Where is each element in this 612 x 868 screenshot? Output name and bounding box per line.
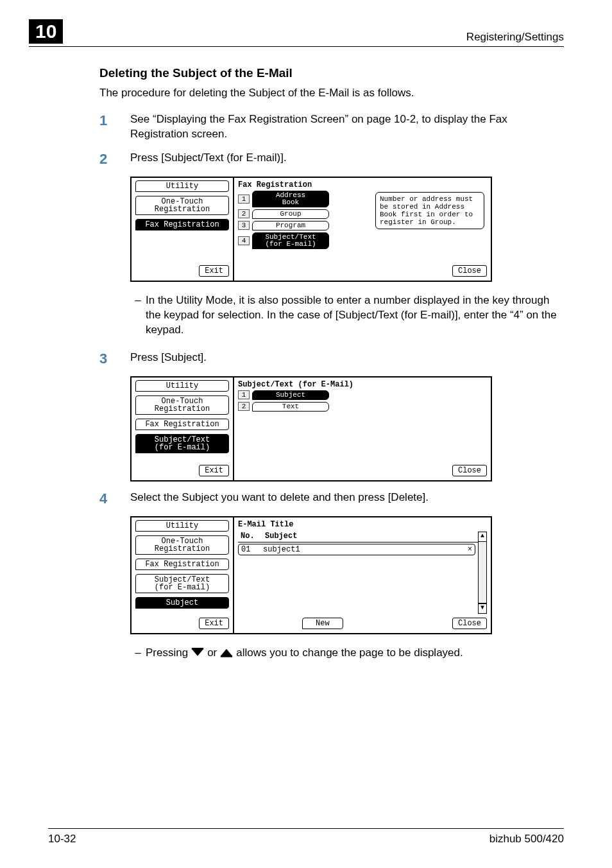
chapter-number: 10 [29, 19, 63, 44]
panel-info: Number or address must be stored in Addr… [375, 192, 484, 229]
group-button[interactable]: Group [252, 209, 329, 219]
table-row[interactable]: 01 subject1 × [238, 544, 475, 555]
note-prefix: Pressing [146, 646, 188, 661]
panel-tab-onetouch[interactable]: One-Touch Registration [135, 395, 229, 415]
text-button[interactable]: Text [252, 402, 329, 412]
row-no: 01 [241, 545, 258, 554]
panel-tab-faxreg[interactable]: Fax Registration [135, 419, 229, 430]
row-mark: × [468, 545, 472, 554]
svg-marker-2 [221, 649, 232, 656]
step-number: 1 [99, 112, 130, 142]
step-number: 4 [99, 490, 130, 507]
step-text: Select the Subject you want to delete an… [130, 490, 564, 507]
opt-num: 3 [238, 221, 250, 230]
scroll-track[interactable] [479, 541, 486, 603]
scroll-down-icon[interactable]: ▼ [479, 603, 486, 613]
bullet-dash: – [130, 646, 146, 661]
program-button[interactable]: Program [252, 221, 329, 230]
section-intro: The procedure for deleting the Subject o… [99, 87, 564, 100]
opt-num: 1 [238, 195, 250, 204]
header-breadcrumb: Registering/Settings [466, 31, 564, 44]
bullet-dash: – [130, 293, 146, 338]
subject-text-panel: Utility One-Touch Registration Fax Regis… [130, 376, 492, 482]
panel-title: Fax Registration [238, 180, 487, 191]
down-arrow-icon [191, 647, 205, 656]
table-head-subject: Subject [265, 532, 297, 541]
close-button[interactable]: Close [452, 265, 487, 277]
step-text: See “Displaying the Fax Registration Scr… [130, 112, 564, 142]
step-text: Press [Subject/Text (for E-mail)]. [130, 151, 564, 168]
panel-tab-subjecttext[interactable]: Subject/Text (for E-mail) [135, 574, 229, 593]
svg-marker-0 [192, 649, 203, 656]
scroll-up-icon[interactable]: ▲ [479, 532, 486, 541]
subject-text-button[interactable]: Subject/Text (for E-mail) [252, 232, 329, 249]
footer-model: bizhub 500/420 [489, 833, 564, 846]
panel-title: Subject/Text (for E-Mail) [238, 380, 487, 390]
panel-tab-utility[interactable]: Utility [135, 380, 229, 392]
panel-tab-utility[interactable]: Utility [135, 520, 229, 532]
new-button[interactable]: New [302, 618, 343, 629]
panel-tab-onetouch[interactable]: One-Touch Registration [135, 535, 229, 555]
fax-registration-panel: Utility One-Touch Registration Fax Regis… [130, 177, 492, 282]
close-button[interactable]: Close [452, 618, 487, 629]
step-number: 2 [99, 151, 130, 168]
address-book-button[interactable]: Address Book [252, 191, 329, 207]
opt-num: 2 [238, 402, 250, 411]
panel-title: E-Mail Title [238, 520, 487, 530]
row-subject: subject1 [263, 545, 463, 554]
panel-tab-faxreg[interactable]: Fax Registration [135, 219, 229, 230]
close-button[interactable]: Close [452, 465, 487, 476]
exit-button[interactable]: Exit [199, 265, 229, 277]
scrollbar[interactable]: ▲ ▼ [478, 532, 487, 614]
step2-note: In the Utility Mode, it is also possible… [146, 293, 564, 338]
section-title: Deleting the Subject of the E-Mail [99, 66, 564, 80]
subject-button[interactable]: Subject [252, 390, 329, 400]
note-mid: or [207, 646, 217, 661]
opt-num: 2 [238, 209, 250, 218]
svg-rect-3 [221, 655, 232, 657]
exit-button[interactable]: Exit [199, 465, 229, 476]
opt-num: 1 [238, 390, 250, 399]
step-text: Press [Subject]. [130, 351, 564, 367]
panel-tab-subject[interactable]: Subject [135, 597, 229, 609]
exit-button[interactable]: Exit [199, 618, 229, 629]
svg-rect-1 [192, 648, 203, 650]
opt-num: 4 [238, 236, 250, 245]
table-head-no: No. [241, 532, 257, 541]
footer-page: 10-32 [48, 833, 76, 846]
page-footer: 10-32 bizhub 500/420 [48, 828, 564, 846]
up-arrow-icon [219, 647, 234, 656]
panel-tab-onetouch[interactable]: One-Touch Registration [135, 196, 229, 215]
note-suffix: allows you to change the page to be disp… [236, 646, 463, 661]
step-number: 3 [99, 351, 130, 367]
panel-tab-subjecttext[interactable]: Subject/Text (for E-mail) [135, 434, 229, 453]
email-title-panel: Utility One-Touch Registration Fax Regis… [130, 516, 492, 634]
page-header: 10 Registering/Settings [29, 19, 564, 47]
panel-tab-faxreg[interactable]: Fax Registration [135, 559, 229, 570]
panel-tab-utility[interactable]: Utility [135, 180, 229, 192]
